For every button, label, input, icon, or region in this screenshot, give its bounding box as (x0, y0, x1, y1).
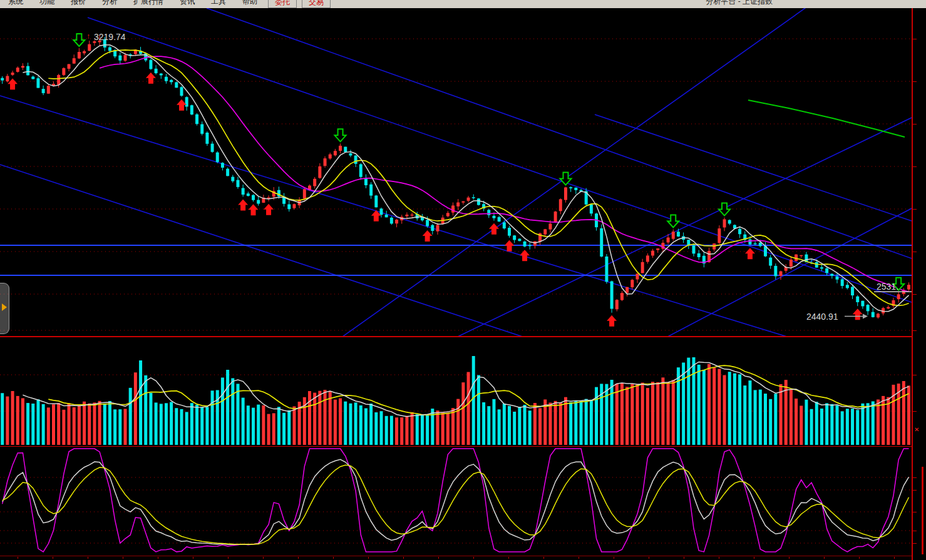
window-title: 分析平台 - 上证指数 (706, 0, 773, 8)
axis-tick (913, 252, 917, 252)
sidebar-expand-handle[interactable] (0, 283, 9, 334)
menu-bar-inner: 系统功能报价分析扩展行情资讯工具帮助委托交易 分析平台 - 上证指数 (0, 0, 926, 8)
axis-tick (913, 477, 917, 478)
broker-button[interactable]: 交易 (302, 0, 331, 8)
peak-price-label: 3219.74 (94, 32, 126, 42)
close-marker-icon[interactable]: ✕ (914, 426, 919, 433)
trading-app-window: 系统功能报价分析扩展行情资讯工具帮助委托交易 分析平台 - 上证指数 上证指数(… (0, 0, 926, 560)
axis-tick (368, 557, 369, 559)
axis-tick (913, 39, 917, 39)
axis-tick (754, 557, 754, 559)
svg-text:↑: ↑ (86, 32, 90, 41)
axis-tick (824, 557, 825, 559)
axis-tick (859, 557, 860, 559)
axis-tick (913, 375, 917, 375)
axis-tick (684, 557, 684, 559)
axis-tick (158, 557, 158, 559)
axis-tick (438, 557, 439, 559)
last-price-label: 2531. (877, 282, 898, 292)
menu-item[interactable]: 分析 (94, 0, 125, 8)
menu-item[interactable]: 工具 (203, 0, 234, 8)
axis-tick (333, 557, 334, 559)
axis-tick (913, 81, 917, 82)
broker-button[interactable]: 委托 (268, 0, 297, 8)
axis-tick (193, 557, 193, 559)
menu-item[interactable]: 报价 (63, 0, 94, 8)
axis-tick (473, 557, 474, 559)
kdj-chart-canvas[interactable] (0, 447, 912, 556)
axis-tick (263, 557, 264, 559)
axis-tick (228, 557, 229, 559)
axis-tick (649, 557, 649, 559)
axis-tick (403, 557, 404, 559)
menu-item[interactable]: 资讯 (172, 0, 203, 8)
axis-tick (579, 557, 579, 559)
axis-tick (913, 531, 917, 531)
axis-tick (894, 557, 895, 559)
axis-tick (913, 124, 917, 125)
axis-tick (913, 512, 917, 512)
axis-tick (913, 209, 917, 210)
menu-item[interactable]: 扩展行情 (125, 0, 172, 8)
menu-item[interactable]: 功能 (31, 0, 63, 8)
axis-tick (543, 557, 544, 559)
axis-tick (53, 557, 53, 559)
axis-tick (913, 411, 917, 412)
axis-tick (913, 166, 917, 167)
right-axis-strip: ✕ (913, 8, 926, 560)
axis-tick (508, 557, 509, 559)
axis-tick (123, 557, 123, 559)
trough-price-label: 2440.91 (806, 312, 838, 322)
axis-tick (298, 557, 299, 559)
kdj-scroll-bar[interactable] (922, 467, 923, 554)
expand-arrow-icon (2, 303, 7, 311)
main-chart-canvas[interactable]: ↑3219.742440.912531. (0, 8, 912, 336)
menu-item[interactable]: 系统 (0, 0, 31, 8)
bottom-axis-strip (0, 556, 912, 560)
panel-separator[interactable] (0, 336, 913, 337)
volume-chart-canvas[interactable] (0, 338, 912, 446)
axis-tick (913, 490, 917, 491)
axis-tick (913, 294, 917, 295)
menu-bar: 系统功能报价分析扩展行情资讯工具帮助委托交易 分析平台 - 上证指数 (0, 0, 926, 9)
axis-tick (18, 557, 18, 559)
axis-tick (913, 543, 917, 544)
axis-tick (88, 557, 88, 559)
panel-separator[interactable] (0, 446, 913, 447)
menu-item[interactable]: 帮助 (234, 0, 265, 8)
axis-tick (913, 330, 917, 331)
axis-tick (719, 557, 719, 559)
axis-tick (614, 557, 614, 559)
axis-tick (789, 557, 790, 559)
